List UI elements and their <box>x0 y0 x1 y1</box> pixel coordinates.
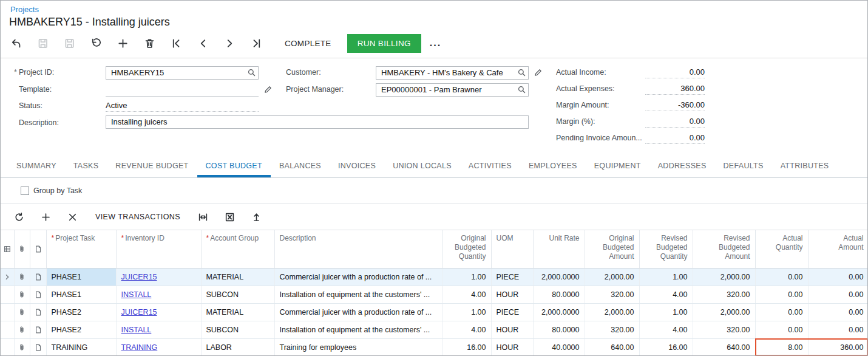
run-billing-button[interactable]: RUN BILLING <box>347 34 421 53</box>
search-icon[interactable] <box>517 85 526 97</box>
cell-description[interactable]: Installation of equipment at the custome… <box>274 321 442 338</box>
go-first-button[interactable] <box>166 34 186 52</box>
cell-orig_amt[interactable]: 320.00 <box>585 321 639 338</box>
cell-uom[interactable]: HOUR <box>491 286 533 303</box>
grid-header-paperclip[interactable] <box>14 230 30 268</box>
note-cell[interactable] <box>30 286 46 303</box>
cell-project_task[interactable]: PHASE1 <box>46 286 116 303</box>
tab-union-locals[interactable]: UNION LOCALS <box>384 154 460 177</box>
cell-orig_qty[interactable]: 16.00 <box>442 338 491 356</box>
cell-orig_qty[interactable]: 1.00 <box>442 303 491 321</box>
cell-description[interactable]: Commercial juicer with a production rate… <box>274 268 442 286</box>
save-button[interactable] <box>59 34 80 52</box>
cell-orig_qty[interactable]: 4.00 <box>442 286 491 303</box>
go-previous-button[interactable] <box>192 34 213 52</box>
column-header-actual-quantity[interactable]: Actual Quantity <box>755 230 808 268</box>
inventory-link-training[interactable]: TRAINING <box>121 343 158 352</box>
cell-rev_amt[interactable]: 320.00 <box>693 321 755 338</box>
group-by-task-checkbox[interactable] <box>21 187 29 195</box>
tab-attributes[interactable]: ATTRIBUTES <box>772 154 838 177</box>
tab-employees[interactable]: EMPLOYEES <box>520 154 586 177</box>
cell-orig_qty[interactable]: 1.00 <box>442 268 491 286</box>
cell-inventory_id[interactable]: INSTALL <box>116 321 201 338</box>
save-and-close-button[interactable] <box>32 34 53 52</box>
cell-orig_qty[interactable]: 4.00 <box>442 321 491 338</box>
upload-button[interactable] <box>246 208 268 226</box>
go-last-button[interactable] <box>246 34 266 52</box>
grid-header-grid-settings[interactable] <box>1 230 14 268</box>
tab-summary[interactable]: SUMMARY <box>8 154 65 177</box>
column-header-inventory-id[interactable]: *Inventory ID <box>116 230 201 268</box>
tab-activities[interactable]: ACTIVITIES <box>460 154 520 177</box>
tab-balances[interactable]: BALANCES <box>271 154 330 177</box>
cell-rev_amt[interactable]: 640.00 <box>693 338 755 356</box>
note-cell[interactable] <box>30 321 46 338</box>
cell-uom[interactable]: PIECE <box>491 268 533 286</box>
attachment-cell[interactable] <box>14 303 30 321</box>
cell-orig_amt[interactable]: 2,000.00 <box>585 303 639 321</box>
tab-tasks[interactable]: TASKS <box>65 154 107 177</box>
cell-project_task[interactable]: PHASE2 <box>46 321 116 338</box>
cell-inventory_id[interactable]: JUICER15 <box>116 268 201 286</box>
grid-row-5[interactable]: TRAININGTRAININGLABORTraining for employ… <box>1 338 868 356</box>
breadcrumb-projects[interactable]: Projects <box>10 5 39 14</box>
complete-button[interactable]: COMPLETE <box>276 35 340 52</box>
cell-unit_rate[interactable]: 2,000.0000 <box>533 268 585 286</box>
cell-act_amt[interactable]: 360.00 <box>808 338 868 356</box>
tab-invoices[interactable]: INVOICES <box>330 154 384 177</box>
tab-cost-budget[interactable]: COST BUDGET <box>197 154 271 177</box>
cell-rev_amt[interactable]: 320.00 <box>693 286 755 303</box>
column-header-original-budgeted-quantity[interactable]: Original Budgeted Quantity <box>442 230 491 268</box>
cell-orig_amt[interactable]: 320.00 <box>585 286 639 303</box>
grid-row-3[interactable]: PHASE2JUICER15MATERIALCommercial juicer … <box>1 303 868 321</box>
attachment-cell[interactable] <box>14 286 30 303</box>
column-header-actual-amount[interactable]: Actual Amount <box>808 230 868 268</box>
fit-width-button[interactable] <box>192 208 214 226</box>
grid-row-4[interactable]: PHASE2INSTALLSUBCONInstallation of equip… <box>1 321 868 338</box>
undo-button[interactable] <box>86 34 106 52</box>
cell-inventory_id[interactable]: TRAINING <box>116 338 201 356</box>
inventory-link-juicer15[interactable]: JUICER15 <box>121 308 157 317</box>
tab-revenue-budget[interactable]: REVENUE BUDGET <box>107 154 197 177</box>
column-header-account-group[interactable]: *Account Group <box>201 230 274 268</box>
cell-orig_amt[interactable]: 2,000.00 <box>585 268 639 286</box>
view-transactions-button[interactable]: VIEW TRANSACTIONS <box>88 209 188 225</box>
cell-description[interactable]: Installation of equipment at the custome… <box>274 286 442 303</box>
cell-orig_amt[interactable]: 640.00 <box>585 338 639 356</box>
cell-inventory_id[interactable]: INSTALL <box>116 286 201 303</box>
tab-addresses[interactable]: ADDRESSES <box>649 154 715 177</box>
cell-rev_qty[interactable]: 16.00 <box>639 338 693 356</box>
cell-act_qty[interactable]: 0.00 <box>755 268 808 286</box>
attachment-cell[interactable] <box>14 268 30 286</box>
column-header-revised-budgeted-quantity[interactable]: Revised Budgeted Quantity <box>639 230 693 268</box>
column-header-description[interactable]: Description <box>274 230 442 268</box>
cell-act_qty[interactable]: 0.00 <box>755 321 808 338</box>
column-header-original-budgeted-amount[interactable]: Original Budgeted Amount <box>585 230 639 268</box>
cell-act_amt[interactable]: 0.00 <box>808 321 868 338</box>
column-header-unit-rate[interactable]: Unit Rate <box>533 230 585 268</box>
grid-row-1[interactable]: PHASE1JUICER15MATERIALCommercial juicer … <box>1 268 868 286</box>
cell-rev_qty[interactable]: 1.00 <box>639 303 693 321</box>
cell-account_group[interactable]: SUBCON <box>201 321 274 338</box>
cell-rev_qty[interactable]: 4.00 <box>639 286 693 303</box>
cell-account_group[interactable]: SUBCON <box>201 286 274 303</box>
cell-uom[interactable]: HOUR <box>491 338 533 356</box>
cell-account_group[interactable]: MATERIAL <box>201 268 274 286</box>
template-field[interactable] <box>106 83 259 97</box>
note-cell[interactable] <box>30 268 46 286</box>
tab-equipment[interactable]: EQUIPMENT <box>586 154 649 177</box>
cell-unit_rate[interactable]: 2,000.0000 <box>533 303 585 321</box>
refresh-button[interactable] <box>8 208 30 226</box>
edit-pencil-icon[interactable] <box>263 85 273 96</box>
inventory-link-juicer15[interactable]: JUICER15 <box>121 273 157 281</box>
cell-description[interactable]: Training for employees <box>274 338 442 356</box>
attachment-cell[interactable] <box>14 321 30 338</box>
cell-act_qty[interactable]: 8.00 <box>755 338 808 356</box>
cell-unit_rate[interactable]: 40.0000 <box>533 338 585 356</box>
back-button[interactable] <box>5 34 26 52</box>
cell-act_amt[interactable]: 0.00 <box>808 286 868 303</box>
edit-pencil-icon[interactable] <box>534 68 543 79</box>
cell-uom[interactable]: HOUR <box>491 321 533 338</box>
cell-rev_qty[interactable]: 1.00 <box>639 268 693 286</box>
delete-row-button[interactable] <box>61 208 83 226</box>
